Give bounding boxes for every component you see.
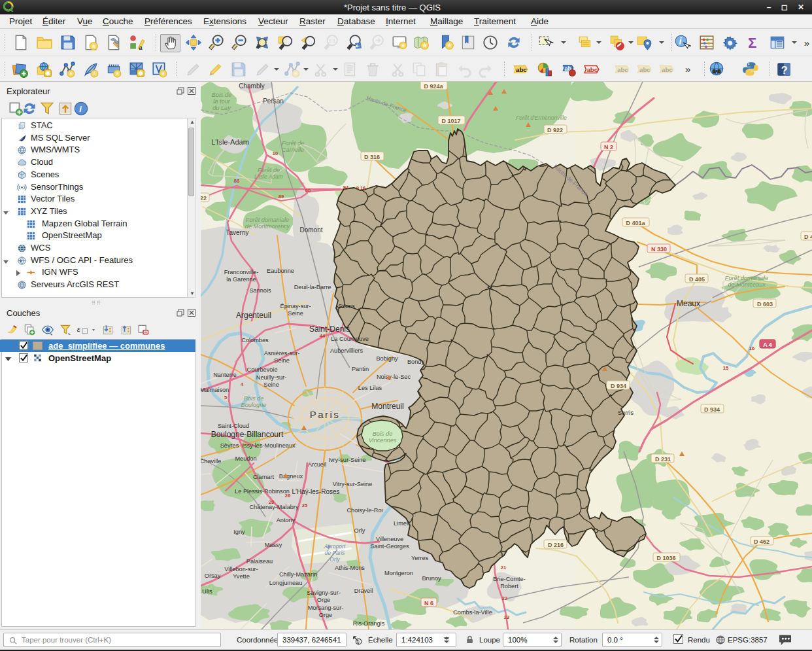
svg-text:L'Isle-Adam: L'Isle-Adam	[211, 138, 249, 146]
svg-text:88: 88	[234, 178, 239, 184]
svg-text:N 330: N 330	[651, 246, 667, 253]
svg-text:Clamart: Clamart	[253, 474, 275, 480]
svg-text:Sannois: Sannois	[249, 287, 271, 294]
svg-text:Paris: Paris	[310, 409, 341, 420]
svg-text:Domont: Domont	[299, 226, 322, 234]
svg-text:Stains: Stains	[338, 303, 355, 309]
svg-text:D 216: D 216	[548, 542, 564, 548]
svg-text:Longjumeau: Longjumeau	[269, 580, 303, 586]
svg-text:Persan: Persan	[263, 97, 284, 105]
svg-text:Vincennes: Vincennes	[369, 437, 397, 444]
svg-text:Saint-Georges: Saint-Georges	[370, 543, 409, 550]
svg-text:Seine: Seine	[274, 357, 290, 364]
svg-text:23: 23	[504, 614, 509, 620]
svg-text:Villebon-sur-: Villebon-sur-	[224, 566, 258, 572]
svg-text:Les Lilas: Les Lilas	[358, 385, 382, 391]
svg-text:D 401a: D 401a	[626, 220, 645, 226]
svg-text:Bois de: Bois de	[244, 395, 264, 402]
svg-text:Draveil: Draveil	[354, 588, 373, 594]
svg-text:Palaiseau: Palaiseau	[246, 558, 273, 565]
svg-text:L'Haÿ-les-Roses: L'Haÿ-les-Roses	[292, 488, 339, 495]
svg-text:abc: abc	[639, 65, 651, 73]
svg-text:a: a	[139, 44, 143, 51]
svg-text:Forêt d'Ermenonville: Forêt d'Ermenonville	[516, 114, 567, 121]
svg-text:Meudon: Meudon	[235, 455, 256, 462]
svg-text:D 405: D 405	[689, 276, 705, 283]
svg-text:Orge: Orge	[319, 612, 332, 618]
svg-text:N 2: N 2	[604, 144, 613, 150]
svg-text:Neuilly-sur-: Neuilly-sur-	[256, 374, 286, 381]
svg-text:✈: ✈	[326, 543, 331, 551]
svg-text:Brie-Comte-: Brie-Comte-	[493, 576, 526, 582]
svg-text:Malmaison: Malmaison	[201, 387, 229, 393]
svg-text:9 16: 9 16	[356, 185, 366, 191]
svg-text:Ivry-sur-Seine: Ivry-sur-Seine	[328, 457, 365, 463]
svg-text:Orly: Orly	[354, 527, 365, 534]
svg-text:Bois de: Bois de	[373, 431, 393, 437]
svg-text:abc: abc	[586, 65, 598, 73]
svg-text:L'Isle Adam: L'Isle Adam	[254, 173, 283, 180]
svg-text:Ulis: Ulis	[202, 588, 212, 595]
svg-text:Bobigny: Bobigny	[376, 355, 398, 362]
svg-text:Carnelle: Carnelle	[282, 147, 304, 153]
svg-text:Issy-les-Moulineaux: Issy-les-Moulineaux	[242, 442, 296, 449]
svg-text:94: 94	[343, 185, 349, 190]
svg-text:D 316: D 316	[364, 154, 380, 160]
svg-text:Forêt de: Forêt de	[282, 140, 304, 147]
svg-text:ε: ε	[77, 325, 81, 333]
svg-text:Villeneuve: Villeneuve	[376, 536, 403, 542]
svg-text:44: 44	[320, 333, 326, 339]
svg-text:Bondy: Bondy	[407, 359, 424, 365]
svg-text:Nanterre: Nanterre	[213, 372, 237, 378]
svg-text:Pantin: Pantin	[352, 366, 369, 372]
svg-text:Forêt de: Forêt de	[258, 167, 280, 173]
svg-text:Athis-Mons: Athis-Mons	[335, 565, 365, 571]
svg-text:la tour: la tour	[213, 98, 230, 105]
svg-text:Antony: Antony	[277, 517, 296, 523]
svg-text:Eaubonne: Eaubonne	[267, 268, 294, 274]
svg-text:Épinay-sur-: Épinay-sur-	[280, 303, 311, 309]
svg-text:Sèvres: Sèvres	[220, 442, 239, 449]
svg-text:16: 16	[749, 345, 754, 351]
svg-text:Chaville: Chaville	[201, 458, 221, 465]
svg-text:Asnières-sur-: Asnières-sur-	[264, 350, 300, 357]
svg-text:Seine: Seine	[288, 310, 303, 317]
svg-text:Montgeron: Montgeron	[384, 570, 413, 576]
svg-text:Orly: Orly	[330, 556, 340, 563]
svg-text:Morsang-sur-: Morsang-sur-	[308, 605, 344, 611]
svg-text:Vitry-sur-Seine: Vitry-sur-Seine	[333, 481, 373, 487]
svg-text:Le Plessis-Robinson: Le Plessis-Robinson	[235, 488, 290, 495]
svg-text:Yerres: Yerres	[411, 555, 429, 561]
svg-text:D 924a: D 924a	[424, 83, 443, 90]
svg-text:Brunoy: Brunoy	[422, 575, 441, 582]
svg-text:Boulogne-Billancourt: Boulogne-Billancourt	[211, 430, 284, 439]
svg-text:Noisy-le-Sec: Noisy-le-Sec	[377, 374, 411, 380]
svg-text:89: 89	[279, 194, 284, 200]
svg-text:Ris-Orangis: Ris-Orangis	[353, 620, 385, 627]
svg-text:28: 28	[269, 499, 274, 505]
svg-text:Meaux: Meaux	[677, 299, 700, 308]
svg-text:D 462: D 462	[754, 538, 770, 545]
svg-text:Robert: Robert	[500, 583, 518, 589]
svg-text:Chilly-Mazarin: Chilly-Mazarin	[279, 571, 317, 578]
svg-text:?: ?	[781, 63, 788, 75]
svg-text:Saint-Denis: Saint-Denis	[309, 325, 350, 334]
svg-text:N 6: N 6	[424, 600, 433, 607]
svg-text:Saint-Cloud: Saint-Cloud	[218, 423, 249, 429]
svg-text:abc: abc	[617, 65, 628, 73]
svg-text:Yvette: Yvette	[233, 573, 250, 580]
svg-text:Argenteuil: Argenteuil	[236, 311, 271, 320]
svg-text:Forêt domaniale: Forêt domaniale	[725, 275, 768, 281]
svg-text:Choisy-le-Roi: Choisy-le-Roi	[347, 507, 382, 514]
svg-text:du Lay: du Lay	[212, 105, 231, 111]
svg-text:D 934: D 934	[704, 406, 720, 413]
svg-text:Orge: Orge	[317, 597, 330, 603]
svg-text:Massy: Massy	[265, 542, 282, 548]
svg-text:D 4: D 4	[804, 234, 812, 240]
svg-text:25: 25	[302, 502, 307, 508]
svg-text:Σ: Σ	[748, 35, 756, 51]
svg-text:D 231: D 231	[655, 456, 671, 463]
svg-text:Montreuil: Montreuil	[371, 402, 403, 411]
svg-text:D 934: D 934	[611, 383, 626, 389]
svg-text:D 603: D 603	[757, 301, 773, 308]
